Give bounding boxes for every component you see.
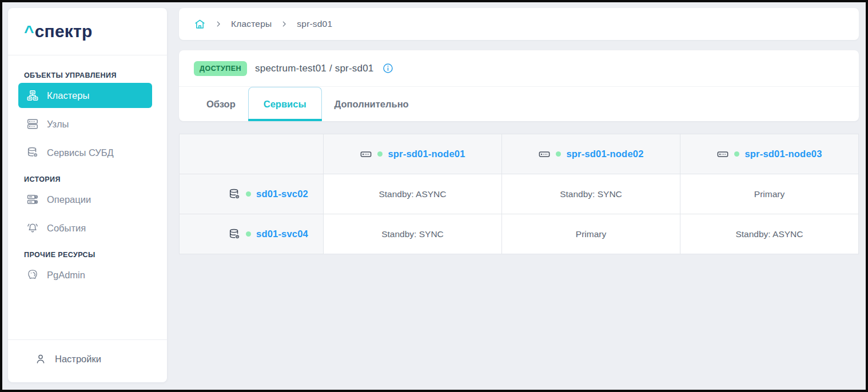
- logo-caret: ^: [24, 22, 34, 41]
- sidebar-item-label: Кластеры: [47, 90, 89, 101]
- status-cell: Standby: SYNC: [502, 174, 680, 214]
- sidebar-nav: ОБЪЕКТЫ УПРАВЛЕНИЯКластерыУзлыСервисы СУ…: [8, 55, 167, 291]
- sidebar-item-events[interactable]: События: [18, 215, 152, 241]
- node-link[interactable]: spr-sd01-node02: [566, 149, 643, 159]
- sidebar-footer: Настройки: [8, 339, 167, 382]
- app-logo: ^спектр: [8, 8, 167, 55]
- db-gear-icon: [228, 188, 241, 201]
- status-badge: ДОСТУПЕН: [194, 61, 247, 76]
- nodes-icon: [26, 118, 39, 130]
- cluster-header-card: ДОСТУПЕН spectrum-test01 / spr-sd01 Обзо…: [179, 50, 859, 121]
- sidebar-item-label: Настройки: [55, 354, 101, 365]
- status-cell: Standby: ASYNC: [324, 174, 502, 214]
- main-content: Кластерыspr-sd01 ДОСТУПЕН spectrum-test0…: [179, 8, 859, 254]
- status-cell: Primary: [680, 174, 859, 214]
- tab-label: Сервисы: [264, 99, 306, 110]
- node-column-header-node02: spr-sd01-node02: [502, 134, 680, 174]
- status-dot: [556, 151, 561, 157]
- status-cell: Standby: SYNC: [324, 214, 502, 254]
- sidebar-item-operations[interactable]: Операции: [18, 187, 152, 212]
- sidebar-item-clusters[interactable]: Кластеры: [18, 83, 152, 108]
- status-value: Standby: SYNC: [381, 229, 444, 239]
- logo-text: спектр: [35, 22, 93, 41]
- person-icon: [34, 353, 47, 365]
- tab-services[interactable]: Сервисы: [248, 87, 322, 121]
- tab-additional[interactable]: Дополнительно: [322, 87, 421, 121]
- node-column-header-node01: spr-sd01-node01: [324, 134, 502, 174]
- status-cell: Standby: ASYNC: [680, 214, 859, 254]
- divider: [8, 339, 167, 340]
- clusters-icon: [26, 89, 39, 102]
- sidebar-section-label: ОБЪЕКТЫ УПРАВЛЕНИЯ: [24, 71, 167, 79]
- breadcrumb: Кластерыspr-sd01: [179, 8, 859, 40]
- service-link[interactable]: sd01-svc02: [256, 189, 308, 199]
- server-chip-icon: [360, 148, 372, 161]
- status-dot: [246, 231, 251, 237]
- server-chip-icon: [538, 148, 551, 161]
- sidebar-section-label: ПРОЧИЕ РЕСУРСЫ: [24, 251, 167, 259]
- breadcrumb-item: spr-sd01: [297, 19, 332, 29]
- pgadmin-icon: [26, 269, 39, 281]
- sidebar-item-pgadmin[interactable]: PgAdmin: [18, 262, 152, 287]
- tabs: ОбзорСервисыДополнительно: [179, 87, 859, 121]
- status-dot: [734, 151, 739, 157]
- app-window: ^спектр ОБЪЕКТЫ УПРАВЛЕНИЯКластерыУзлыСе…: [0, 0, 868, 392]
- cluster-title-row: ДОСТУПЕН spectrum-test01 / spr-sd01: [179, 50, 859, 87]
- home-icon[interactable]: [194, 18, 206, 30]
- tab-overview[interactable]: Обзор: [194, 87, 248, 121]
- node-column-header-node03: spr-sd01-node03: [680, 134, 859, 174]
- node-link[interactable]: spr-sd01-node03: [744, 149, 822, 159]
- status-value: Standby: SYNC: [560, 189, 622, 199]
- service-row-header-svc04: sd01-svc04: [180, 214, 324, 254]
- sidebar-item-label: Узлы: [47, 119, 69, 130]
- sidebar-item-label: Операции: [47, 194, 91, 205]
- status-value: Standby: ASYNC: [379, 189, 446, 199]
- info-icon[interactable]: [382, 62, 394, 74]
- node-link[interactable]: spr-sd01-node01: [388, 149, 465, 159]
- events-icon: [26, 222, 39, 234]
- breadcrumb-item[interactable]: Кластеры: [231, 19, 272, 29]
- sidebar-item-label: Сервисы СУБД: [47, 147, 114, 158]
- service-row-header-svc02: sd01-svc02: [180, 174, 324, 214]
- sidebar-item-label: События: [47, 223, 86, 234]
- db-services-icon: [26, 146, 39, 159]
- db-gear-icon: [228, 228, 241, 241]
- server-chip-icon: [716, 148, 729, 161]
- chevron-right-icon: [280, 20, 288, 28]
- status-value: Standby: ASYNC: [735, 229, 803, 239]
- sidebar-item-settings[interactable]: Настройки: [34, 353, 167, 365]
- sidebar-section-label: ИСТОРИЯ: [24, 175, 167, 183]
- status-dot: [246, 191, 251, 197]
- sidebar: ^спектр ОБЪЕКТЫ УПРАВЛЕНИЯКластерыУзлыСе…: [8, 8, 167, 382]
- chevron-right-icon: [214, 20, 222, 28]
- services-table: spr-sd01-node01spr-sd01-node02spr-sd01-n…: [179, 134, 859, 254]
- tab-label: Дополнительно: [335, 99, 409, 110]
- tab-label: Обзор: [206, 99, 236, 110]
- status-cell: Primary: [502, 214, 680, 254]
- cluster-title: spectrum-test01 / spr-sd01: [255, 63, 373, 74]
- table-corner-cell: [180, 134, 324, 174]
- status-value: Primary: [576, 229, 606, 239]
- sidebar-item-label: PgAdmin: [47, 270, 85, 281]
- operations-icon: [26, 193, 39, 206]
- status-dot: [377, 151, 383, 157]
- status-value: Primary: [754, 189, 785, 199]
- sidebar-item-nodes[interactable]: Узлы: [18, 111, 152, 137]
- service-link[interactable]: sd01-svc04: [256, 229, 308, 239]
- sidebar-item-dbms-services[interactable]: Сервисы СУБД: [18, 140, 152, 165]
